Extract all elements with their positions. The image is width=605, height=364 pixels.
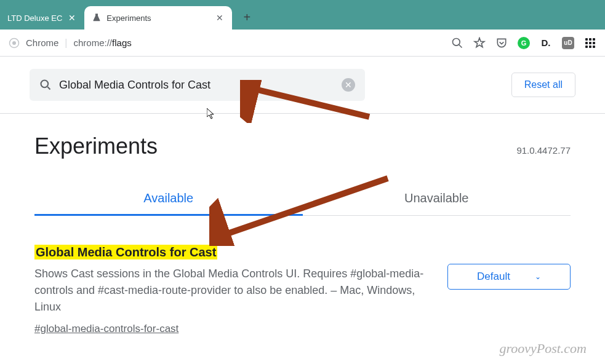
address-bar: Chrome | chrome://flags G D. uD bbox=[0, 30, 605, 57]
tab-available[interactable]: Available bbox=[34, 183, 303, 216]
flag-state-dropdown[interactable]: Default ⌄ bbox=[447, 264, 571, 290]
browser-tab-strip: LTD Deluxe EC ✕ Experiments ✕ + bbox=[0, 0, 605, 30]
flag-item: Global Media Controls for Cast Shows Cas… bbox=[34, 245, 571, 335]
url-divider: | bbox=[65, 38, 67, 49]
chrome-icon bbox=[9, 38, 20, 49]
extension-d-icon[interactable]: D. bbox=[540, 37, 552, 49]
ublock-icon[interactable]: uD bbox=[562, 37, 574, 49]
dropdown-value: Default bbox=[477, 271, 510, 283]
svg-line-3 bbox=[459, 44, 462, 47]
flag-id-link[interactable]: #global-media-controls-for-cast bbox=[34, 323, 178, 335]
menu-grid-icon[interactable] bbox=[584, 37, 596, 49]
pocket-icon[interactable] bbox=[495, 37, 508, 49]
search-icon bbox=[39, 79, 52, 91]
toolbar-actions: G D. uD bbox=[451, 37, 596, 49]
close-icon[interactable]: ✕ bbox=[67, 13, 77, 23]
search-input[interactable] bbox=[59, 79, 334, 92]
svg-point-2 bbox=[453, 38, 460, 46]
tab-unavailable[interactable]: Unavailable bbox=[303, 183, 571, 215]
clear-search-icon[interactable]: ✕ bbox=[342, 78, 355, 92]
search-box: ✕ bbox=[30, 69, 365, 101]
page-content: ✕ Reset all Experiments 91.0.4472.77 Ava… bbox=[0, 57, 605, 335]
star-icon[interactable] bbox=[473, 37, 486, 49]
close-icon[interactable]: ✕ bbox=[215, 13, 225, 23]
browser-tab-active[interactable]: Experiments ✕ bbox=[84, 6, 232, 30]
page-title: Experiments bbox=[34, 133, 158, 159]
browser-tab-inactive[interactable]: LTD Deluxe EC ✕ bbox=[0, 6, 84, 30]
svg-point-1 bbox=[12, 41, 16, 45]
chrome-label: Chrome bbox=[26, 38, 58, 48]
flag-description: Shows Cast sessions in the Global Media … bbox=[34, 266, 429, 315]
flag-title: Global Media Controls for Cast bbox=[34, 245, 217, 259]
zoom-icon[interactable] bbox=[451, 37, 463, 49]
content-tabs: Available Unavailable bbox=[34, 183, 571, 216]
version-label: 91.0.4472.77 bbox=[516, 145, 571, 156]
svg-point-4 bbox=[41, 81, 49, 88]
watermark: groovyPost.com bbox=[499, 341, 587, 357]
chevron-down-icon: ⌄ bbox=[535, 272, 541, 281]
tab-title: Experiments bbox=[106, 14, 210, 23]
flask-icon bbox=[92, 13, 102, 23]
grammarly-icon[interactable]: G bbox=[518, 37, 530, 49]
divider bbox=[0, 113, 605, 114]
new-tab-button[interactable]: + bbox=[237, 7, 257, 27]
tab-title: LTD Deluxe EC bbox=[7, 14, 62, 23]
reset-all-button[interactable]: Reset all bbox=[511, 73, 575, 97]
svg-line-5 bbox=[47, 87, 50, 89]
url-display[interactable]: chrome://flags bbox=[74, 38, 132, 49]
